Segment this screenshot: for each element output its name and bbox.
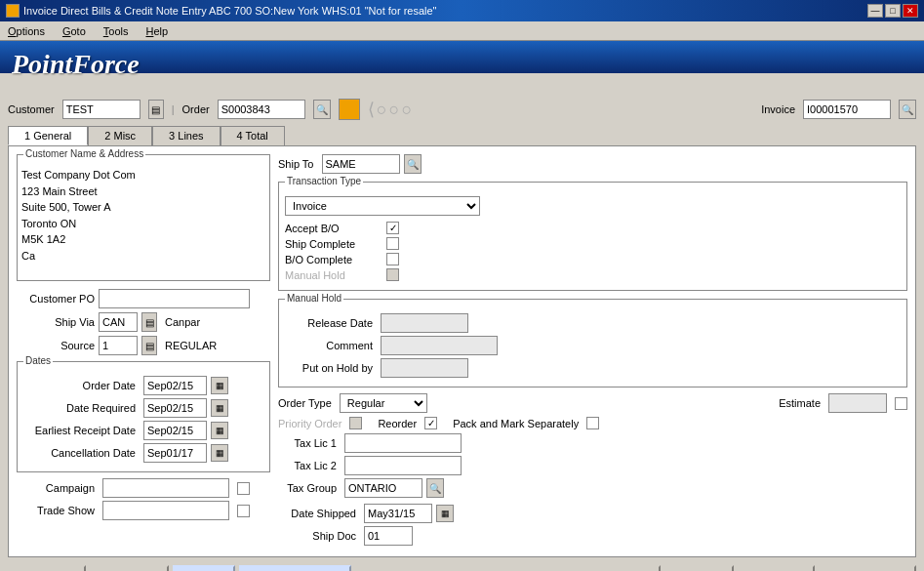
order-date-calendar-button[interactable]: ▦ bbox=[211, 377, 228, 394]
date-shipped-row: Date Shipped ▦ bbox=[278, 504, 907, 523]
window-title: Invoice Direct Bills & Credit Note Entry… bbox=[23, 5, 437, 17]
date-shipped-input[interactable] bbox=[364, 504, 432, 523]
campaign-input[interactable] bbox=[102, 478, 229, 498]
ship-via-browse-button[interactable]: ▤ bbox=[141, 312, 157, 332]
trade-show-checkbox[interactable] bbox=[237, 505, 250, 517]
earliest-receipt-calendar-button[interactable]: ▦ bbox=[211, 422, 228, 439]
nav-first-icon[interactable]: ⟨ bbox=[368, 99, 375, 120]
manual-hold-checkbox bbox=[386, 268, 399, 281]
customer-po-input[interactable] bbox=[99, 289, 250, 308]
estimate-filters-button[interactable]: Estimate Filters bbox=[819, 565, 916, 571]
pack-mark-checkbox[interactable] bbox=[586, 417, 599, 429]
ship-to-input[interactable] bbox=[322, 154, 400, 174]
release-date-input[interactable] bbox=[381, 313, 468, 333]
warehouse-button[interactable]: Warehouse bbox=[8, 565, 86, 571]
estimate-input[interactable] bbox=[828, 393, 887, 413]
order-input[interactable] bbox=[218, 100, 305, 119]
cancellation-date-calendar-button[interactable]: ▦ bbox=[211, 444, 228, 462]
main-content: Customer ▤ | Order 🔍 ⟨ ○ ○ ○ Invoice 🔍 1… bbox=[0, 95, 924, 571]
ship-complete-label: Ship Complete bbox=[285, 238, 382, 250]
invoice-browse-button[interactable]: 🔍 bbox=[899, 100, 916, 119]
trade-show-label: Trade Show bbox=[17, 505, 95, 516]
copy-order-button[interactable]: Copy Order bbox=[90, 565, 169, 571]
tax-lic2-label: Tax Lic 2 bbox=[278, 460, 337, 471]
customer-po-row: Customer PO bbox=[17, 289, 270, 308]
comment-input[interactable] bbox=[381, 336, 498, 355]
earliest-receipt-input[interactable] bbox=[143, 421, 207, 440]
menu-tools[interactable]: Tools bbox=[100, 23, 133, 39]
campaign-checkbox[interactable] bbox=[237, 482, 250, 495]
date-required-calendar-button[interactable]: ▦ bbox=[211, 399, 228, 417]
use-rma-button[interactable]: Use RMA bbox=[664, 565, 734, 571]
ship-via-code-input[interactable] bbox=[99, 312, 138, 332]
customer-input[interactable] bbox=[62, 100, 141, 119]
put-on-hold-input[interactable] bbox=[381, 358, 468, 378]
tax-lic2-input[interactable] bbox=[344, 456, 462, 475]
earliest-receipt-label: Earliest Receipt Date bbox=[23, 425, 136, 436]
send-to-button[interactable]: Send To bbox=[173, 565, 235, 571]
source-code-input[interactable] bbox=[99, 336, 138, 355]
ship-doc-input[interactable] bbox=[364, 526, 413, 546]
status-indicator bbox=[339, 99, 360, 120]
tax-group-browse-button[interactable]: 🔍 bbox=[426, 478, 444, 498]
cancellation-date-label: Cancellation Date bbox=[23, 447, 136, 459]
nav-prev-icon[interactable]: ○ bbox=[377, 100, 387, 120]
trade-show-input[interactable] bbox=[102, 501, 229, 520]
ship-to-browse-button[interactable]: 🔍 bbox=[404, 154, 422, 174]
tax-lic2-row: Tax Lic 2 bbox=[278, 456, 907, 475]
manual-hold-group-label: Manual Hold bbox=[285, 293, 343, 304]
order-type-row: Order Type Regular Blanket Standing Esti… bbox=[278, 393, 907, 413]
minimize-button[interactable]: — bbox=[867, 4, 883, 18]
logo-text: PointForce bbox=[12, 49, 140, 80]
date-shipped-label: Date Shipped bbox=[278, 508, 356, 519]
release-date-label: Release Date bbox=[285, 317, 373, 329]
order-date-label: Order Date bbox=[23, 380, 136, 391]
source-description: REGULAR bbox=[165, 340, 217, 351]
close-button[interactable]: ✕ bbox=[903, 4, 918, 18]
tab-general[interactable]: 1 General bbox=[8, 126, 88, 145]
trade-show-row: Trade Show bbox=[17, 501, 270, 520]
ship-complete-checkbox[interactable] bbox=[386, 237, 399, 250]
auto-credit-button[interactable]: Auto Credit bbox=[738, 565, 815, 571]
nav-last-icon[interactable]: ○ bbox=[401, 100, 412, 120]
source-browse-button[interactable]: ▤ bbox=[141, 336, 157, 355]
accept-bo-row: Accept B/O bbox=[285, 222, 901, 234]
transaction-type-dropdown[interactable]: Invoice Credit Note Direct Bill bbox=[285, 196, 480, 216]
tab-misc[interactable]: 2 Misc bbox=[88, 126, 152, 145]
invoice-label: Invoice bbox=[761, 103, 795, 115]
bo-complete-checkbox[interactable] bbox=[386, 253, 399, 265]
ship-doc-row: Ship Doc bbox=[278, 526, 907, 546]
tab-total[interactable]: 4 Total bbox=[221, 126, 285, 145]
ship-via-label: Ship Via bbox=[17, 316, 95, 328]
title-bar-controls[interactable]: — □ ✕ bbox=[867, 4, 918, 18]
generate-po-button[interactable]: Generate PO bbox=[574, 565, 661, 571]
accept-bo-checkbox[interactable] bbox=[386, 222, 399, 234]
maximize-button[interactable]: □ bbox=[885, 4, 901, 18]
menu-goto[interactable]: Goto bbox=[59, 23, 90, 39]
recalculate-prices-button[interactable]: Recalculate Prices bbox=[239, 565, 351, 571]
accept-bo-label: Accept B/O bbox=[285, 223, 382, 234]
menu-bar: Options Goto Tools Help bbox=[0, 21, 924, 41]
estimate-checkbox[interactable] bbox=[895, 397, 907, 410]
customer-browse-button[interactable]: ▤ bbox=[148, 100, 164, 119]
tab-lines[interactable]: 3 Lines bbox=[152, 126, 220, 145]
tax-lic1-input[interactable] bbox=[344, 433, 462, 453]
tax-group-input[interactable] bbox=[344, 478, 422, 498]
date-required-row: Date Required ▦ bbox=[23, 398, 263, 418]
nav-icons: ⟨ ○ ○ ○ bbox=[368, 99, 413, 120]
invoice-input[interactable] bbox=[803, 100, 891, 119]
ship-via-row: Ship Via ▤ Canpar bbox=[17, 312, 270, 332]
reorder-checkbox[interactable] bbox=[424, 417, 437, 429]
header-row: Customer ▤ | Order 🔍 ⟨ ○ ○ ○ Invoice 🔍 bbox=[8, 99, 916, 120]
order-type-dropdown[interactable]: Regular Blanket Standing bbox=[340, 393, 427, 413]
date-required-input[interactable] bbox=[143, 398, 207, 418]
cancellation-date-input[interactable] bbox=[143, 443, 207, 463]
order-date-input[interactable] bbox=[143, 376, 207, 395]
date-shipped-calendar-button[interactable]: ▦ bbox=[436, 505, 454, 522]
menu-options[interactable]: Options bbox=[4, 23, 49, 39]
comment-label: Comment bbox=[285, 340, 373, 351]
order-browse-button[interactable]: 🔍 bbox=[313, 100, 331, 119]
nav-next-icon[interactable]: ○ bbox=[389, 100, 400, 120]
address-line-6: Ca bbox=[21, 248, 265, 265]
menu-help[interactable]: Help bbox=[141, 23, 172, 39]
